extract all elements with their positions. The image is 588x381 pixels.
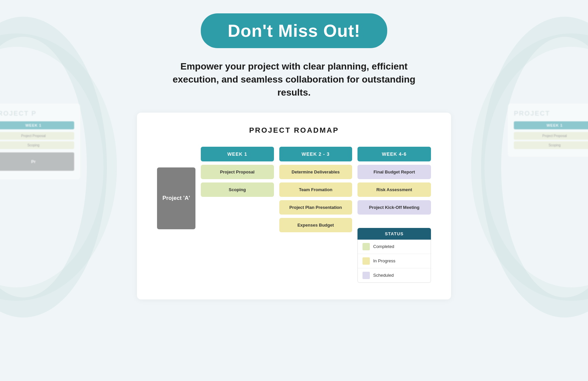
week-1-header: WEEK 1	[201, 147, 274, 161]
task-week2-1: Determine Deliverables	[279, 165, 352, 179]
status-label-completed: Completed	[373, 244, 394, 249]
roadmap-title: PROJECT ROADMAP	[157, 126, 431, 135]
task-week2-3: Project Plan Presentation	[279, 200, 352, 215]
task-week1-1: Project Proposal	[201, 165, 274, 179]
task-week3-1: Final Budget Report	[357, 165, 431, 179]
status-dot-inprogress	[362, 257, 370, 265]
status-items: Completed In Progress Scheduled	[357, 240, 431, 283]
task-week3-2: Risk Assessment	[357, 182, 431, 197]
project-label-box: Project 'A'	[157, 167, 195, 229]
task-week2-4: Expenses Budget	[279, 218, 352, 232]
status-item-completed: Completed	[358, 240, 431, 254]
task-week1-2: Scoping	[201, 182, 274, 197]
week-2-header: WEEK 2 - 3	[279, 147, 352, 161]
status-item-inprogress: In Progress	[358, 254, 431, 268]
roadmap-card: PROJECT ROADMAP Project 'A' WEEK 1 Proje…	[137, 113, 451, 299]
roadmap-grid: Project 'A' WEEK 1 Project Proposal Scop…	[157, 147, 431, 283]
week-3-header: WEEK 4-6	[357, 147, 431, 161]
task-week2-2: Team Fromation	[279, 182, 352, 197]
status-label-inprogress: In Progress	[373, 258, 395, 263]
status-dot-scheduled	[362, 272, 370, 279]
status-dot-completed	[362, 243, 370, 250]
status-label-scheduled: Scheduled	[373, 273, 394, 278]
main-content: Don't Miss Out! Empower your project wit…	[0, 0, 588, 299]
week-col-2: WEEK 2 - 3 Determine Deliverables Team F…	[279, 147, 352, 283]
subtitle: Empower your project with clear planning…	[157, 60, 431, 99]
week-col-3: WEEK 4-6 Final Budget Report Risk Assess…	[357, 147, 431, 283]
task-week3-3: Project Kick-Off Meeting	[357, 200, 431, 215]
hero-button[interactable]: Don't Miss Out!	[201, 13, 387, 48]
status-section: STATUS Completed In Progress	[357, 228, 431, 283]
project-label-col: Project 'A'	[157, 167, 195, 229]
week-col-1: WEEK 1 Project Proposal Scoping	[201, 147, 274, 283]
status-item-scheduled: Scheduled	[358, 268, 431, 282]
status-header: STATUS	[357, 228, 431, 240]
weeks-area: WEEK 1 Project Proposal Scoping WEEK 2 -…	[201, 147, 431, 283]
